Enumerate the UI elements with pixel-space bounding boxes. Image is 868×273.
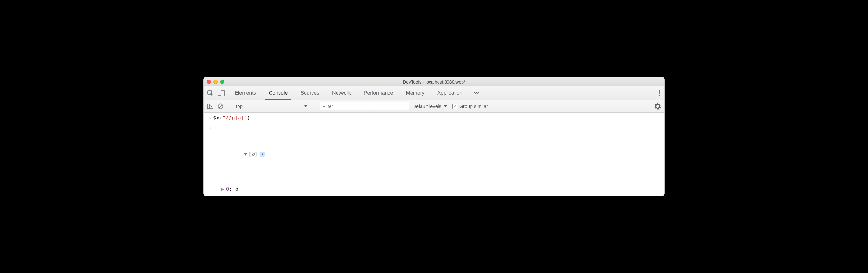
result-summary[interactable]: ▼[p]i <box>213 141 661 167</box>
tab-label: Console <box>269 90 288 96</box>
console-sidebar-toggle-icon[interactable] <box>207 103 214 110</box>
levels-label: Default levels <box>412 103 441 109</box>
execution-context-select[interactable]: top <box>234 102 310 110</box>
context-label: top <box>236 103 243 109</box>
console-body: › $x("//p[a]") ‹ ▼[p]i ▶0: p length: 1 ▶… <box>204 113 664 196</box>
tabs-bar: Elements Console Sources Network Perform… <box>204 86 664 100</box>
tab-label: Sources <box>300 90 319 96</box>
tab-console[interactable]: Console <box>262 86 294 100</box>
tab-network[interactable]: Network <box>326 86 358 100</box>
svg-rect-2 <box>221 90 224 96</box>
tab-label: Memory <box>406 90 424 96</box>
svg-point-3 <box>659 90 660 91</box>
kebab-menu[interactable] <box>654 86 664 100</box>
console-settings-icon[interactable] <box>654 103 661 110</box>
tab-label: Performance <box>364 90 393 96</box>
levels-select[interactable]: Default levels <box>412 103 447 109</box>
tabs-overflow-button[interactable] <box>469 86 484 100</box>
tab-application[interactable]: Application <box>431 86 469 100</box>
svg-rect-6 <box>207 104 213 109</box>
console-input-row: › $x("//p[a]") <box>204 113 664 123</box>
chevron-down-icon <box>443 105 447 108</box>
inspect-tools <box>204 86 228 100</box>
input-marker-icon: › <box>207 113 213 122</box>
svg-point-5 <box>659 95 660 96</box>
disclosure-collapsed-icon[interactable]: ▶ <box>221 185 225 193</box>
result-child-0[interactable]: ▶0: p <box>213 185 661 193</box>
tab-memory[interactable]: Memory <box>399 86 431 100</box>
group-similar-toggle[interactable]: Group similar <box>452 103 488 109</box>
tab-label: Elements <box>235 90 256 96</box>
output-marker-icon: ‹ <box>207 123 213 132</box>
chevron-down-icon <box>304 105 308 108</box>
clear-console-icon[interactable] <box>217 103 224 110</box>
filter-input[interactable] <box>319 102 409 110</box>
info-badge-icon[interactable]: i <box>260 152 265 157</box>
titlebar: DevTools - localhost:8080/web/ <box>204 77 664 86</box>
checkbox-icon <box>452 104 457 109</box>
console-toolbar: top Default levels Group similar <box>204 100 664 113</box>
device-toggle-icon[interactable] <box>218 90 225 97</box>
devtools-tabs: Elements Console Sources Network Perform… <box>228 86 484 100</box>
group-similar-label: Group similar <box>459 103 488 109</box>
tab-performance[interactable]: Performance <box>358 86 400 100</box>
entered-expression: $x("//p[a]") <box>213 113 250 122</box>
tab-label: Application <box>437 90 462 96</box>
console-result-row: ‹ ▼[p]i ▶0: p length: 1 ▶__proto__: Arra… <box>204 123 664 196</box>
tab-elements[interactable]: Elements <box>228 86 262 100</box>
tab-sources[interactable]: Sources <box>294 86 326 100</box>
inspect-element-icon[interactable] <box>207 90 214 97</box>
tab-label: Network <box>332 90 351 96</box>
svg-line-9 <box>219 105 222 108</box>
svg-point-4 <box>659 92 660 94</box>
disclosure-expanded-icon[interactable]: ▼ <box>244 150 247 158</box>
devtools-window: DevTools - localhost:8080/web/ Elements … <box>203 77 665 196</box>
window-title: DevTools - localhost:8080/web/ <box>204 79 664 84</box>
